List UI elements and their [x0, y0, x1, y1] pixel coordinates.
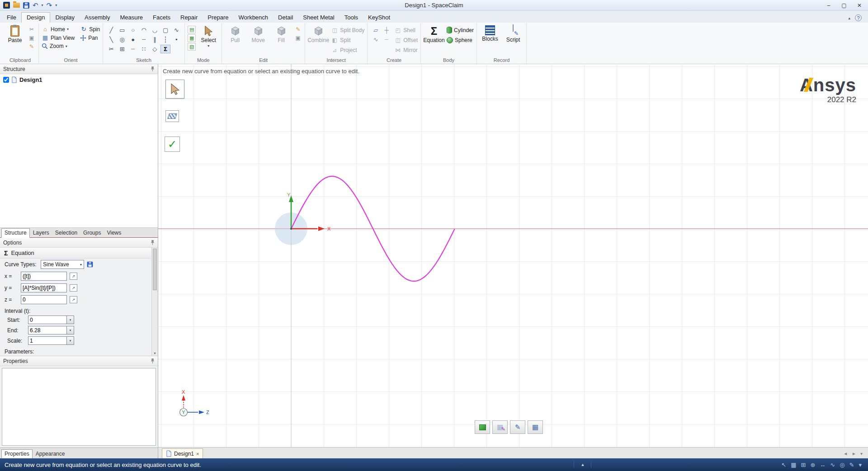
close-tab-icon[interactable]: ×	[196, 451, 199, 457]
pull-button[interactable]: Pull	[225, 24, 245, 43]
snap-icon[interactable]: ⊞	[801, 462, 806, 468]
scrollbar-thumb[interactable]	[153, 249, 157, 290]
tab-detail[interactable]: Detail	[273, 13, 298, 23]
move-button[interactable]: Move	[248, 24, 269, 43]
spin-button[interactable]: ↻ Spin	[80, 26, 100, 33]
curve-icon[interactable]: ∿	[371, 35, 381, 44]
scale-dropdown-icon[interactable]: ▾	[67, 336, 74, 345]
grid-display-button[interactable]: ▦	[528, 420, 543, 434]
cylinder-button[interactable]: Cylinder	[447, 26, 474, 34]
model-canvas[interactable]: Y X Create new curve from equation or se…	[158, 64, 868, 447]
sketch-circle-icon[interactable]: ○	[128, 26, 138, 34]
y-parameter-icon[interactable]: ↗	[70, 284, 77, 292]
sketch-rounded-rectangle-icon[interactable]: ▢	[160, 26, 170, 34]
orbit-icon[interactable]: ◎	[840, 462, 844, 468]
tab-tools[interactable]: Tools	[340, 13, 363, 23]
sketch-point-icon[interactable]: ●	[128, 35, 138, 44]
sketch-dashed-spline-icon[interactable]: ┈	[128, 45, 138, 53]
undo-icon[interactable]: ↶	[33, 2, 38, 9]
tab-facets[interactable]: Facets	[148, 13, 175, 23]
project-button[interactable]: ⊿ Project	[331, 46, 364, 54]
z-parameter-icon[interactable]: ↗	[70, 296, 77, 303]
app-icon[interactable]	[3, 2, 10, 9]
tab-keyshot[interactable]: KeyShot	[363, 13, 395, 23]
undo-dropdown-icon[interactable]: ▾	[42, 3, 43, 7]
sketch-sweep-arc-icon[interactable]: ◡	[150, 26, 160, 34]
orientation-triad[interactable]: X Z Y	[165, 389, 210, 422]
start-dropdown-icon[interactable]: ▾	[67, 316, 74, 324]
solid-display-button[interactable]	[475, 420, 490, 434]
axis-icon[interactable]: ┼	[382, 26, 392, 34]
tab-sheet-metal[interactable]: Sheet Metal	[298, 13, 339, 23]
next-tab-icon[interactable]: ►	[852, 451, 856, 456]
tab-measure[interactable]: Measure	[115, 13, 148, 23]
sketch-line-icon[interactable]: ╱	[106, 26, 116, 34]
scale-input[interactable]	[28, 336, 67, 345]
sketch-display-button[interactable]: ▦ ✎	[492, 420, 508, 434]
help-icon[interactable]: ?	[855, 14, 862, 21]
panel-tab-groups[interactable]: Groups	[80, 229, 104, 237]
markup-icon[interactable]: ✎	[849, 462, 854, 468]
tree-item-design1[interactable]: Design1	[3, 76, 155, 83]
sketch-split-icon[interactable]: ⊞	[117, 45, 127, 53]
pin-icon[interactable]	[151, 66, 155, 72]
tab-prepare[interactable]: Prepare	[203, 13, 233, 23]
tab-design[interactable]: Design	[21, 12, 50, 23]
maximize-button[interactable]: ▢	[836, 0, 852, 10]
sketch-rectangle-icon[interactable]: ▭	[117, 26, 127, 34]
tab-display[interactable]: Display	[50, 13, 80, 23]
curve-type-select[interactable]: Sine Wave ▾	[41, 260, 84, 269]
combine-button[interactable]: Combine	[308, 24, 329, 43]
display-grid-icon[interactable]: ▦	[791, 462, 796, 468]
sphere-button[interactable]: Sphere	[447, 36, 474, 44]
format-painter-icon[interactable]: ✎	[28, 43, 36, 50]
plane-icon[interactable]: ▱	[371, 26, 381, 34]
tab-repair[interactable]: Repair	[175, 13, 203, 23]
qat-customize-icon[interactable]: ▾	[55, 3, 57, 7]
pin-icon[interactable]	[151, 358, 155, 364]
3d-mode-toggle-icon[interactable]: ▧	[188, 43, 196, 51]
sketch-offset-line-icon[interactable]: ∥	[150, 35, 160, 44]
pan-button[interactable]: Pan	[80, 34, 100, 41]
start-input[interactable]	[28, 316, 67, 324]
bottom-tab-appearance[interactable]: Appearance	[33, 450, 68, 458]
panel-tab-views[interactable]: Views	[104, 229, 124, 237]
sketch-trim-icon[interactable]: ✂	[106, 45, 116, 53]
blocks-button[interactable]: Blocks	[480, 24, 500, 42]
select-tool-button[interactable]	[165, 80, 184, 99]
zoom-in-icon[interactable]: ⊕	[810, 462, 815, 468]
split-button[interactable]: ◧ Split	[331, 36, 364, 44]
tangent-curve-icon[interactable]: ┈	[382, 35, 392, 44]
section-mode-toggle-icon[interactable]: ▦	[188, 34, 196, 42]
complete-equation-button[interactable]: ✓	[165, 137, 180, 152]
sketch-pattern-icon[interactable]: ∷	[139, 45, 149, 53]
sketch-ellipse-icon[interactable]: ◎	[117, 35, 127, 44]
x-equation-input[interactable]	[21, 272, 67, 281]
sketch-mode-toggle-icon[interactable]: ▤	[188, 26, 196, 33]
curve-icon[interactable]: ∿	[830, 462, 835, 468]
cut-icon[interactable]: ✂	[28, 26, 36, 33]
open-file-icon[interactable]	[13, 3, 20, 8]
end-dropdown-icon[interactable]: ▾	[67, 326, 74, 334]
select-button[interactable]: Select ▾	[198, 24, 219, 48]
scrollbar-down-icon[interactable]: ▾	[152, 351, 158, 355]
zoom-button[interactable]: Zoom ▾	[42, 43, 75, 49]
style-icon[interactable]: ▣	[294, 34, 302, 42]
script-button[interactable]: ✎ Script	[503, 24, 524, 43]
fill-button[interactable]: Fill	[271, 24, 292, 43]
sketch-construction-line-icon[interactable]: ┄	[139, 35, 149, 44]
sketch-bend-icon[interactable]: ◇	[150, 45, 160, 53]
collapse-ribbon-icon[interactable]: ▴	[848, 16, 850, 20]
expand-status-icon[interactable]: ▲	[574, 462, 591, 468]
pin-icon[interactable]	[151, 240, 155, 245]
offset-button[interactable]: ◫ Offset	[394, 36, 418, 44]
close-button[interactable]: ✕	[852, 0, 867, 10]
sketch-polyline-icon[interactable]: ╲	[106, 35, 116, 44]
tab-workbench[interactable]: Workbench	[234, 13, 274, 23]
minimize-button[interactable]: –	[821, 0, 836, 10]
paste-button[interactable]: Paste	[5, 24, 25, 43]
annotation-display-button[interactable]: ✎	[510, 420, 525, 434]
equation-button[interactable]: Σ Equation	[424, 24, 444, 43]
prev-tab-icon[interactable]: ◄	[843, 451, 848, 456]
equation-curve-tool-icon[interactable]: Σ	[160, 45, 170, 53]
